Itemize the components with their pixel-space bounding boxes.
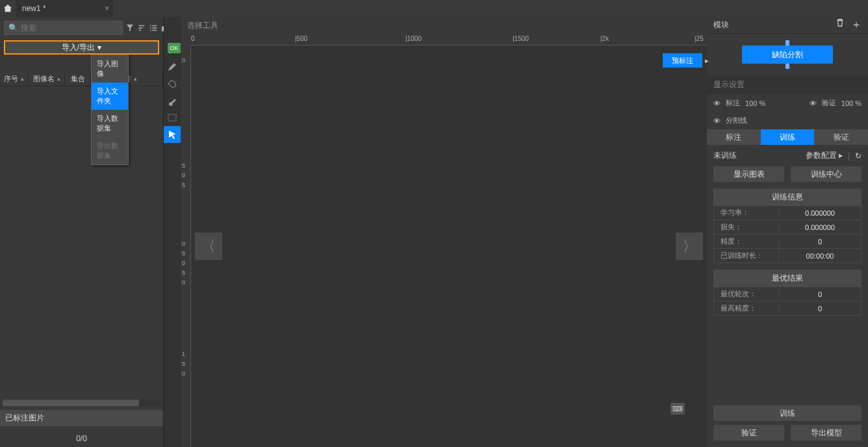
next-image-button[interactable]: 〉 xyxy=(676,233,703,260)
verify-button[interactable]: 验证 xyxy=(713,425,784,441)
tool-polygon[interactable] xyxy=(164,75,181,92)
svg-rect-1 xyxy=(168,114,176,121)
scrollbar-thumb[interactable] xyxy=(3,400,139,406)
left-panel: 🔍 导入/导出 ▾ 序号▴ 图像名▴ 集合 标签▴ 已标注图片 xyxy=(0,17,164,447)
filter-icon[interactable] xyxy=(125,22,134,34)
best-result-block: 最优结果 最优轮次：0 最高精度：0 xyxy=(713,270,862,316)
train-button[interactable]: 训练 xyxy=(713,405,862,421)
ruler-horizontal: 0 |500 |1000 |1500 |2k |25 xyxy=(191,34,707,45)
menu-import-image[interactable]: 导入图像 xyxy=(92,55,128,83)
sort-indicator-icon: ▴ xyxy=(57,75,60,82)
tool-pen[interactable] xyxy=(164,58,181,75)
eye-icon[interactable]: 👁 xyxy=(713,117,721,125)
canvas-tool-title: 选择工具 xyxy=(181,17,707,34)
horizontal-scrollbar[interactable] xyxy=(3,400,160,406)
mode-tabs: 标注 训练 验证 xyxy=(707,129,868,145)
display-settings-title: 显示设置 xyxy=(707,75,868,94)
tab-train[interactable]: 训练 xyxy=(761,129,815,145)
eye-icon[interactable]: 👁 xyxy=(810,99,817,107)
module-label: 模块 xyxy=(713,19,729,31)
tab-bar: new1 * × xyxy=(0,0,868,17)
close-icon[interactable]: × xyxy=(105,4,109,13)
export-model-button[interactable]: 导出模型 xyxy=(791,425,862,441)
trash-icon[interactable] xyxy=(836,18,845,32)
home-icon xyxy=(3,4,12,13)
canvas[interactable]: 〈 〉 xyxy=(191,45,707,447)
import-export-label: 导入/导出 xyxy=(62,42,95,53)
train-center-button[interactable]: 训练中心 xyxy=(791,166,862,182)
tab-annotate[interactable]: 标注 xyxy=(707,129,761,145)
col-set[interactable]: 集合 xyxy=(65,71,91,86)
sort-indicator-icon: ▴ xyxy=(21,75,24,82)
col-name[interactable]: 图像名▴ xyxy=(29,71,65,86)
show-chart-button[interactable]: 显示图表 xyxy=(713,166,784,182)
ruler-vertical: 0 5 0 5 0 5 0 5 0 1 5 0 xyxy=(181,45,191,447)
not-trained-label: 未训练 xyxy=(713,150,737,161)
eye-icon[interactable]: 👁 xyxy=(713,99,721,107)
annotated-section-title: 已标注图片 xyxy=(0,410,163,426)
sort-indicator-icon: ▴ xyxy=(134,75,137,82)
list-icon[interactable] xyxy=(149,22,158,34)
ok-button[interactable]: OK xyxy=(168,43,181,53)
menu-import-dataset[interactable]: 导入数据集 xyxy=(92,110,128,137)
sort-icon[interactable] xyxy=(137,22,146,34)
tool-rect[interactable] xyxy=(164,109,181,126)
predict-button[interactable]: 预标注 xyxy=(663,53,702,68)
display-row-2: 👁 分割线 xyxy=(707,112,868,129)
tool-column xyxy=(164,17,181,447)
image-list xyxy=(0,86,163,400)
chevron-down-icon: ▾ xyxy=(97,43,101,52)
import-export-menu: 导入图像 导入文件夹 导入数据集 导出数据集 xyxy=(91,55,129,165)
search-icon: 🔍 xyxy=(8,23,18,32)
param-config-button[interactable]: 参数配置 ▸ xyxy=(806,150,843,161)
home-button[interactable] xyxy=(0,0,16,17)
search-wrap: 🔍 xyxy=(4,21,123,35)
predict-more[interactable]: ▸ xyxy=(702,53,709,68)
import-export-button[interactable]: 导入/导出 ▾ xyxy=(4,40,159,55)
display-row-1: 👁 标注 100 % 👁 验证 100 % xyxy=(707,94,868,112)
canvas-area: 选择工具 0 |500 |1000 |1500 |2k |25 0 5 0 5 … xyxy=(181,17,707,447)
image-count: 0/0 xyxy=(0,430,163,447)
menu-import-folder[interactable]: 导入文件夹 xyxy=(92,83,128,110)
keyboard-icon[interactable]: ⌨ xyxy=(670,403,685,415)
train-info-block: 训练信息 学习率：0.000000 损失：0.000000 精度：0 已训练时长… xyxy=(713,188,862,263)
refresh-icon[interactable]: ↻ xyxy=(855,151,862,160)
tab-verify[interactable]: 验证 xyxy=(814,129,868,145)
document-tab[interactable]: new1 * × xyxy=(16,0,113,17)
defect-segmentation-button[interactable]: 缺陷分割 xyxy=(742,45,833,64)
search-input[interactable] xyxy=(21,23,118,32)
tool-brush[interactable] xyxy=(164,92,181,109)
predict-strip: 预标注 ▸ xyxy=(663,53,709,68)
tool-cursor[interactable] xyxy=(164,126,181,143)
table-header: 序号▴ 图像名▴ 集合 标签▴ xyxy=(0,71,163,86)
menu-export-dataset: 导出数据集 xyxy=(92,137,128,164)
prev-image-button[interactable]: 〈 xyxy=(195,233,222,260)
tab-title: new1 * xyxy=(22,4,46,13)
right-panel: 模块 ＋ 缺陷分割 显示设置 👁 标注 100 % 👁 验证 100 % 👁 分… xyxy=(707,17,868,447)
add-icon[interactable]: ＋ xyxy=(851,18,862,32)
col-index[interactable]: 序号▴ xyxy=(0,71,29,86)
